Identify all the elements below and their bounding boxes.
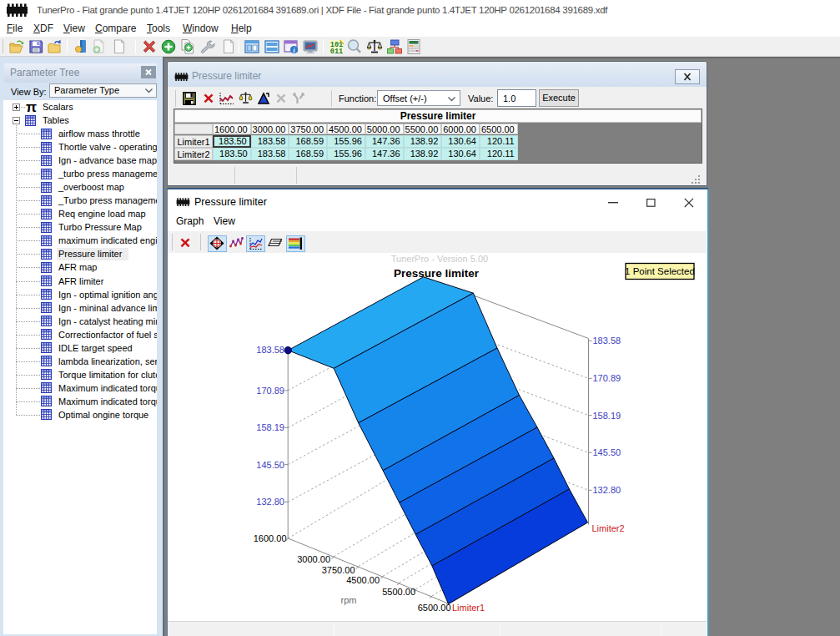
svg-text:rpm: rpm — [341, 595, 357, 605]
svg-text:145.50: 145.50 — [256, 460, 284, 470]
svg-text:158.19: 158.19 — [256, 422, 284, 432]
svg-text:170.89: 170.89 — [256, 386, 284, 396]
svg-text:183.58: 183.58 — [256, 345, 284, 355]
svg-text:158.19: 158.19 — [593, 411, 621, 421]
svg-text:Limiter1: Limiter1 — [452, 603, 485, 613]
svg-text:145.50: 145.50 — [593, 447, 621, 457]
svg-text:3000.00: 3000.00 — [297, 554, 330, 564]
svg-text:011: 011 — [330, 48, 343, 56]
svg-text:6500.00: 6500.00 — [418, 603, 451, 613]
svg-text:4500.00: 4500.00 — [346, 575, 380, 585]
svg-text:183.58: 183.58 — [593, 336, 621, 346]
svg-text:3750.00: 3750.00 — [322, 565, 355, 575]
svg-text:5500.00: 5500.00 — [382, 587, 415, 597]
svg-text:1600.00: 1600.00 — [254, 533, 287, 543]
svg-text:1 Point Selected: 1 Point Selected — [625, 266, 695, 276]
svg-text:132.80: 132.80 — [256, 497, 284, 507]
svg-text:170.89: 170.89 — [593, 373, 621, 383]
svg-text:132.80: 132.80 — [593, 485, 621, 495]
svg-text:TunerPro - Version 5.00: TunerPro - Version 5.00 — [391, 254, 488, 264]
svg-text:Limiter2: Limiter2 — [592, 523, 625, 533]
svg-text:Pressure limiter: Pressure limiter — [394, 267, 480, 280]
